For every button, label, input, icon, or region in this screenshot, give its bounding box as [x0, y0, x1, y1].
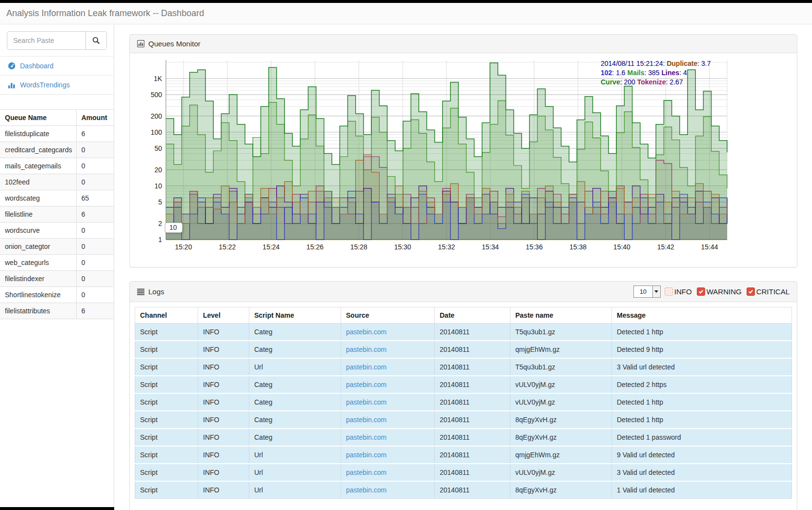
y-axis-tick: 200: [151, 112, 162, 120]
log-channel: Script: [135, 393, 198, 411]
log-script-name: Url: [249, 446, 341, 464]
log-row: ScriptINFOCategpastebin.com20140811vULV0…: [135, 376, 792, 393]
queues-chart[interactable]: 1251020501002005001K15:2015:2215:2415:26…: [135, 58, 740, 252]
queue-name: Shortlinestokenize: [0, 287, 76, 303]
queues-monitor-heading: Queues Monitor: [130, 35, 797, 53]
log-source-link[interactable]: pastebin.com: [346, 398, 386, 406]
chart-panel-icon: [137, 40, 144, 47]
sidebar-item-dashboard[interactable]: Dashboard: [0, 56, 114, 75]
log-source-link[interactable]: pastebin.com: [346, 381, 386, 388]
x-axis-tick: 15:28: [350, 243, 367, 251]
queue-amount: 0: [76, 142, 114, 158]
sidebar-item-label: Dashboard: [20, 62, 54, 70]
legend-text: : 4: [679, 69, 687, 77]
bar-chart-icon: [8, 81, 16, 89]
log-row: ScriptINFOCategpastebin.com20140811vULV0…: [135, 393, 792, 411]
logs-column-header: Date: [435, 307, 510, 324]
log-script-name: Url: [249, 358, 341, 376]
log-script-name: Categ: [249, 376, 341, 393]
legend-text: : 385: [645, 69, 662, 77]
log-paste-name: T5qu3ub1.gz: [510, 358, 612, 376]
y-axis-tick: 100: [151, 128, 162, 136]
log-channel: Script: [135, 411, 198, 428]
queue-amount: 0: [76, 255, 114, 271]
unchecked-checkbox-icon: [665, 287, 673, 296]
queue-amount: 0: [76, 239, 114, 255]
log-paste-name: 8qEgyXvH.gz: [510, 481, 612, 499]
search-icon: [92, 37, 100, 44]
log-source: pastebin.com: [341, 393, 435, 411]
queue-row: filelistline6: [0, 206, 114, 223]
window-bottom-edge: [0, 507, 114, 510]
log-source-link[interactable]: pastebin.com: [346, 346, 386, 353]
queue-amount: 6: [76, 206, 114, 223]
queue-name: filelistline: [0, 206, 76, 223]
log-message: Detected 2 https: [612, 376, 792, 393]
filter-label: CRITICAL: [756, 287, 790, 296]
queue-amount: 0: [76, 271, 114, 287]
log-message: Detected 1 http: [612, 324, 792, 341]
log-source-link[interactable]: pastebin.com: [346, 328, 386, 336]
log-paste-name: 8qEgyXvH.gz: [510, 411, 612, 428]
logs-column-header: Channel: [135, 307, 198, 324]
log-message: 3 Valid url detected: [612, 358, 792, 376]
filter-warning[interactable]: WARNING: [697, 287, 742, 296]
log-level: INFO: [198, 464, 249, 481]
log-source: pastebin.com: [341, 341, 435, 358]
log-row: ScriptINFOCategpastebin.com20140811T5qu3…: [135, 324, 792, 341]
log-paste-name: T5qu3ub1.gz: [510, 324, 612, 341]
log-date: 20140811: [435, 464, 510, 481]
search-input[interactable]: [7, 32, 86, 49]
x-axis-tick: 15:42: [657, 243, 674, 251]
log-source-link[interactable]: pastebin.com: [346, 469, 386, 476]
logs-heading: Logs 10 INFOWARNINGCRITICAL: [130, 282, 797, 302]
sidebar-nav: Dashboard WordsTrendings: [0, 56, 114, 95]
log-level: INFO: [198, 428, 249, 446]
dashboard-gauge-icon: [8, 62, 16, 70]
log-source: pastebin.com: [341, 324, 435, 341]
log-date: 20140811: [435, 393, 510, 411]
sidebar-item-wordstrendings[interactable]: WordsTrendings: [0, 75, 114, 95]
log-level: INFO: [198, 358, 249, 376]
log-row: ScriptINFOUrlpastebin.com201408118qEgyXv…: [135, 481, 792, 499]
main-content: Queues Monitor 1251020501002005001K15:20…: [114, 25, 812, 510]
page-size-select[interactable]: 10: [633, 286, 661, 298]
queue-name: onion_categtor: [0, 239, 76, 255]
log-source-link[interactable]: pastebin.com: [346, 451, 386, 459]
log-paste-name: vULV0yjM.gz: [510, 393, 612, 411]
log-script-name: Categ: [249, 341, 341, 358]
log-channel: Script: [135, 358, 198, 376]
log-source-link[interactable]: pastebin.com: [346, 433, 386, 441]
logs-panel: Logs 10 INFOWARNINGCRITICAL ChannelLevel…: [129, 281, 797, 510]
log-row: ScriptINFOUrlpastebin.com20140811T5qu3ub…: [135, 358, 792, 376]
log-paste-name: qmjgEhWm.gz: [510, 446, 612, 464]
log-date: 20140811: [435, 358, 510, 376]
log-source-link[interactable]: pastebin.com: [346, 416, 386, 424]
legend-text: : 2.67: [666, 78, 683, 86]
queues-monitor-panel: Queues Monitor 1251020501002005001K15:20…: [129, 34, 797, 267]
log-channel: Script: [135, 446, 198, 464]
log-date: 20140811: [435, 376, 510, 393]
log-message: Detected 1 password: [612, 428, 792, 446]
filter-critical[interactable]: CRITICAL: [747, 287, 790, 296]
queues-chart-area: 1251020501002005001K15:2015:2215:2415:26…: [135, 58, 792, 262]
queue-row: 102feed0: [0, 174, 114, 190]
queue-row: filelistindexer0: [0, 271, 114, 287]
queue-amount: 0: [76, 174, 114, 190]
log-paste-name: vULV0yjM.gz: [510, 464, 612, 481]
search-button[interactable]: [86, 32, 106, 49]
chart-legend-line: 2014/08/11 15:21:24: Duplicate: 3.7: [601, 59, 724, 68]
filter-info[interactable]: INFO: [665, 287, 692, 296]
sidebar-item-label: WordsTrendings: [20, 81, 70, 89]
x-axis-tick: 15:40: [613, 243, 630, 251]
queue-name: filelistduplicate: [0, 126, 76, 142]
log-source-link[interactable]: pastebin.com: [346, 486, 386, 494]
log-channel: Script: [135, 481, 198, 499]
log-source-link[interactable]: pastebin.com: [346, 363, 386, 371]
page-title: Analysis Information Leak framework -- D…: [6, 8, 204, 19]
log-script-name: Categ: [249, 324, 341, 341]
log-script-name: Url: [249, 464, 341, 481]
log-message: 9 Valid url detected: [612, 446, 792, 464]
log-message: Detected 1 http: [612, 411, 792, 428]
y-axis-tick: 2: [158, 220, 162, 227]
